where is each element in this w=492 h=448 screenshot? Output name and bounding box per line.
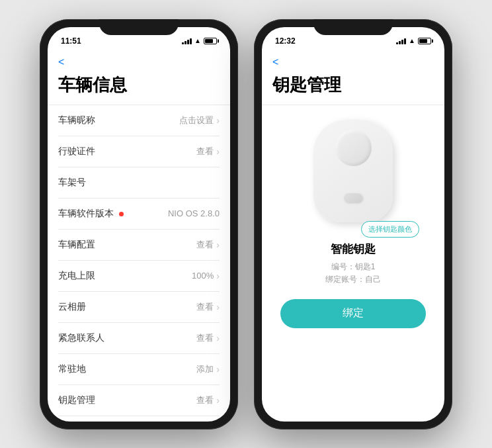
menu-right-software: NIO OS 2.8.0: [168, 208, 220, 218]
phone-1-status-icons: ▲: [182, 37, 217, 44]
menu-item-software[interactable]: 车辆软件版本 NIO OS 2.8.0: [48, 199, 230, 229]
menu-item-license[interactable]: 行驶证件 查看 ›: [48, 136, 230, 167]
menu-right-keys: 查看 ›: [196, 394, 220, 406]
menu-item-charge[interactable]: 充电上限 100% ›: [48, 261, 230, 291]
menu-right-charge: 100% ›: [192, 271, 220, 281]
phone-2: 12:32 ▲ < 钥匙管理: [254, 19, 452, 429]
wifi-icon: ▲: [194, 37, 201, 44]
chevron-icon-emergency: ›: [216, 333, 220, 343]
battery-icon-2: [418, 38, 431, 44]
color-select-button[interactable]: 选择钥匙颜色: [361, 221, 419, 238]
phone-1-back-button[interactable]: <: [48, 51, 230, 71]
phone-1-notch: [99, 19, 179, 35]
key-bind-label: 绑定账号：自己: [325, 273, 381, 286]
key-image-container: 选择钥匙颜色: [300, 112, 406, 231]
menu-label-charge: 充电上限: [58, 270, 95, 282]
key-fob-circle: [335, 130, 372, 166]
chevron-icon-keys: ›: [216, 395, 220, 406]
menu-right-residence: 添加 ›: [196, 363, 220, 375]
phone-2-back-button[interactable]: <: [262, 51, 444, 71]
chevron-icon-nickname: ›: [216, 115, 220, 126]
bind-button[interactable]: 绑定: [280, 299, 426, 328]
key-name-label: 智能钥匙: [325, 242, 381, 257]
menu-label-nickname: 车辆昵称: [58, 114, 95, 126]
phone-1-screen: 11:51 ▲ < 车辆信息: [48, 27, 230, 422]
chevron-icon-album: ›: [216, 302, 220, 312]
key-management-content: 选择钥匙颜色 智能钥匙 编号：钥匙1 绑定账号：自己 绑定: [262, 105, 444, 422]
phones-container: 11:51 ▲ < 车辆信息: [40, 19, 452, 429]
menu-right-config: 查看 ›: [196, 239, 220, 251]
update-dot: [119, 212, 124, 216]
signal-icon-2: [396, 38, 406, 44]
menu-right-license: 查看 ›: [196, 146, 220, 157]
phone-2-notch: [313, 19, 393, 35]
wifi-icon-2: ▲: [409, 37, 415, 44]
menu-label-license: 行驶证件: [58, 146, 95, 157]
key-fob-image: [313, 120, 393, 222]
menu-item-vin[interactable]: 车架号: [48, 167, 230, 198]
menu-item-residence[interactable]: 常驻地 添加 ›: [48, 354, 230, 384]
chevron-icon-charge: ›: [216, 271, 220, 281]
menu-right-nickname: 点击设置 ›: [179, 114, 220, 126]
phone-1-time: 11:51: [61, 36, 81, 46]
menu-item-emergency[interactable]: 紧急联系人 查看 ›: [48, 323, 230, 353]
menu-item-album[interactable]: 云相册 查看 ›: [48, 292, 230, 322]
phone-2-time: 12:32: [275, 36, 296, 46]
chevron-icon-residence: ›: [216, 364, 220, 375]
phone-1-page-title: 车辆信息: [48, 71, 230, 105]
menu-item-config[interactable]: 车辆配置 查看 ›: [48, 230, 230, 260]
menu-label-keys: 钥匙管理: [58, 394, 95, 406]
menu-label-album: 云相册: [58, 301, 86, 313]
menu-label-residence: 常驻地: [58, 363, 86, 375]
phone-2-page-title: 钥匙管理: [262, 71, 444, 105]
menu-label-software: 车辆软件版本: [58, 208, 124, 220]
key-info-section: 智能钥匙 编号：钥匙1 绑定账号：自己: [325, 242, 381, 286]
phone-2-screen: 12:32 ▲ < 钥匙管理: [262, 27, 444, 422]
menu-label-emergency: 紧急联系人: [58, 332, 104, 344]
menu-label-config: 车辆配置: [58, 239, 95, 251]
signal-icon: [182, 38, 192, 44]
chevron-icon-license: ›: [216, 146, 220, 157]
key-number-label: 编号：钥匙1: [325, 261, 381, 273]
menu-item-nickname[interactable]: 车辆昵称 点击设置 ›: [48, 105, 230, 136]
chevron-icon-config: ›: [216, 240, 220, 250]
phone-2-status-icons: ▲: [396, 37, 431, 44]
menu-right-emergency: 查看 ›: [196, 332, 220, 344]
menu-label-vin: 车架号: [58, 177, 86, 189]
menu-item-keys[interactable]: 钥匙管理 查看 ›: [48, 385, 230, 416]
menu-list: 车辆昵称 点击设置 › 行驶证件 查看 ›: [48, 105, 230, 422]
battery-icon: [204, 38, 217, 44]
menu-right-album: 查看 ›: [196, 301, 220, 313]
phone-1: 11:51 ▲ < 车辆信息: [40, 19, 238, 429]
key-fob-btn: [344, 193, 362, 202]
